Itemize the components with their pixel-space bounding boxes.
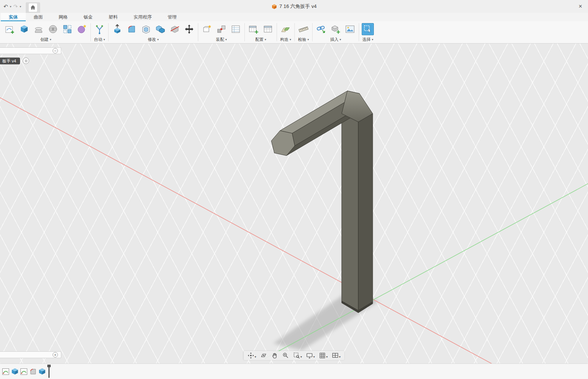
combine-icon[interactable]	[154, 23, 166, 35]
insert-derive-icon[interactable]	[315, 23, 327, 35]
insert-mesh-icon[interactable]	[330, 23, 342, 35]
toolbar-separator	[108, 23, 109, 41]
viewports-icon[interactable]: ▾	[332, 352, 341, 359]
insert-dropdown[interactable]: 插入▾	[330, 36, 341, 42]
new-component-icon[interactable]	[201, 23, 213, 35]
zoom-icon[interactable]	[282, 352, 289, 359]
viewport-canvas[interactable]: − 板手 v4 + ▾ ▾	[0, 44, 588, 363]
chevron-down-icon: ▾	[50, 38, 51, 41]
toolbar-separator	[198, 23, 198, 41]
select-dropdown[interactable]: 选择▾	[362, 36, 373, 42]
shell-icon[interactable]	[140, 23, 152, 35]
chevron-down-icon: ▾	[225, 38, 227, 41]
quick-access-toolbar: ↶ ▾ ↷ ▾	[0, 0, 40, 13]
chevron-down-icon: ▾	[264, 38, 266, 41]
timeline-extrude-icon[interactable]	[38, 368, 46, 376]
chevron-down-icon: ▾	[300, 355, 302, 359]
pan-icon[interactable]	[271, 352, 278, 359]
select-icon[interactable]	[362, 23, 374, 35]
wrench-vertical-left-face[interactable]	[342, 114, 358, 310]
toolbar-group-inspect: 检验▾	[295, 21, 312, 43]
create-dropdown[interactable]: 创建▾	[40, 36, 51, 42]
modify-dropdown[interactable]: 修改▾	[148, 36, 159, 42]
tab-sheet-metal[interactable]: 钣金	[76, 13, 101, 21]
document-cube-icon	[271, 4, 277, 9]
toolbar-separator	[312, 23, 313, 41]
display-settings-icon[interactable]: ▾	[306, 352, 315, 359]
grid-display-icon[interactable]: ▾	[319, 352, 328, 359]
form-icon[interactable]	[76, 23, 88, 35]
undo-button[interactable]: ↶	[2, 3, 9, 9]
wrench-vertical-right-face[interactable]	[358, 114, 373, 310]
undo-dropdown-caret[interactable]: ▾	[10, 5, 11, 8]
toolbar-group-assemble: 装配▾	[199, 21, 244, 43]
panel-expand-button[interactable]: +	[53, 352, 58, 357]
fillet-icon[interactable]	[126, 23, 138, 35]
toolbar-group-create: 创建▾	[2, 21, 90, 43]
redo-dropdown-caret[interactable]: ▾	[20, 5, 21, 8]
browser-document-label: 板手 v4	[2, 58, 16, 64]
measure-icon[interactable]	[297, 23, 310, 35]
move-copy-icon[interactable]	[183, 23, 195, 35]
timeline-features	[2, 368, 46, 376]
tab-mesh[interactable]: 网格	[51, 13, 76, 21]
timeline-extrude-icon[interactable]	[11, 368, 19, 376]
configure-dropdown[interactable]: 配置▾	[255, 36, 266, 42]
browser-collapse-button[interactable]: −	[53, 48, 58, 53]
chevron-down-icon: ▾	[157, 38, 159, 41]
tab-solid[interactable]: 实体	[1, 13, 26, 21]
bom-list-icon[interactable]	[230, 23, 242, 35]
chevron-down-icon: ▾	[339, 38, 341, 41]
tab-manage[interactable]: 管理	[160, 13, 185, 21]
sketch-icon[interactable]	[4, 23, 16, 35]
chevron-down-icon: ▾	[339, 355, 341, 359]
chevron-down-icon: ▾	[289, 38, 291, 41]
loft-icon[interactable]	[33, 23, 45, 35]
close-button[interactable]: ×	[577, 3, 584, 10]
timeline-sketch-icon[interactable]	[2, 368, 10, 376]
construct-dropdown[interactable]: 构造▾	[280, 36, 291, 42]
look-at-icon[interactable]	[260, 352, 267, 359]
hex-wrench-model[interactable]	[271, 91, 373, 313]
comments-collapsed-bar: +	[0, 351, 61, 358]
ribbon-tab-bar: 实体 曲面 网格 钣金 塑料 实用程序 管理	[0, 13, 588, 21]
joint-icon[interactable]	[215, 23, 227, 35]
extrude-icon[interactable]	[18, 23, 30, 35]
undo-icon: ↶	[3, 3, 8, 9]
chevron-down-icon: ▾	[372, 38, 373, 41]
automate-dropdown[interactable]: 自动▾	[94, 36, 105, 42]
redo-icon: ↷	[13, 3, 18, 9]
toolbar-separator	[277, 23, 277, 41]
tab-plastic[interactable]: 塑料	[101, 13, 126, 21]
press-pull-icon[interactable]	[111, 23, 123, 35]
pattern-icon[interactable]	[61, 23, 73, 35]
assemble-dropdown[interactable]: 装配▾	[216, 36, 227, 42]
toolbar-separator	[359, 23, 359, 41]
inspect-dropdown[interactable]: 检验▾	[298, 36, 309, 42]
toolbar-group-modify: 修改▾	[109, 21, 198, 43]
timeline-playhead[interactable]	[48, 365, 50, 378]
browser-collapsed-bar: −	[0, 47, 61, 54]
split-body-icon[interactable]	[169, 23, 181, 35]
y-axis-line	[265, 184, 588, 359]
construction-plane-icon[interactable]	[280, 23, 292, 35]
redo-button[interactable]: ↷	[12, 3, 19, 9]
radio-dot-icon	[25, 60, 27, 62]
tab-utilities[interactable]: 实用程序	[126, 13, 160, 21]
configuration-add-icon[interactable]	[247, 23, 260, 35]
timeline-sketch-icon[interactable]	[20, 368, 28, 376]
tab-surface[interactable]: 曲面	[26, 13, 51, 21]
browser-document-tab[interactable]: 板手 v4	[0, 58, 20, 64]
orbit-icon[interactable]: ▾	[247, 352, 256, 359]
generative-design-icon[interactable]	[93, 23, 106, 35]
file-home-tab[interactable]	[26, 2, 40, 13]
activate-component-radio[interactable]	[23, 58, 29, 64]
timeline-fillet-icon[interactable]	[29, 368, 37, 376]
revolve-icon[interactable]	[47, 23, 59, 35]
3d-scene	[0, 44, 588, 363]
canvas-image-icon[interactable]	[344, 23, 356, 35]
fit-view-icon[interactable]: ▾	[293, 352, 302, 359]
chevron-down-icon: ▾	[103, 38, 105, 41]
toolbar-separator	[90, 23, 91, 41]
configuration-table-icon[interactable]	[262, 23, 274, 35]
